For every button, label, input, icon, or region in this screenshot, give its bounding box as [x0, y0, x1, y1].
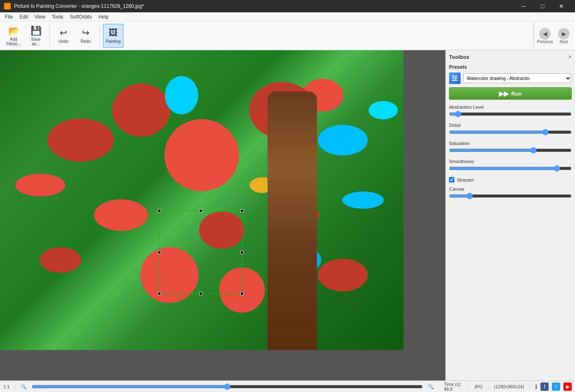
- facebook-button[interactable]: f: [540, 383, 549, 391]
- menu-bar: File Edit View Tools SoftOrbits Help: [0, 12, 575, 21]
- menu-file[interactable]: File: [2, 13, 16, 21]
- detail-group: Detail: [449, 123, 572, 137]
- run-button[interactable]: ▶▶ Run: [449, 87, 572, 100]
- presets-row: Watercolor drawing - Abstractio Oil pain…: [449, 72, 572, 84]
- smoothness-label: Smoothness: [449, 159, 572, 164]
- info-button[interactable]: ℹ: [535, 383, 537, 390]
- canvas-area[interactable]: [0, 50, 445, 380]
- redo-button[interactable]: ↪ Redo: [75, 24, 96, 48]
- menu-softorbits[interactable]: SoftOrbits: [67, 13, 95, 21]
- abstraction-level-slider[interactable]: [449, 111, 572, 117]
- painting-background: [0, 50, 403, 350]
- sharpen-label[interactable]: Sharpen: [457, 177, 474, 182]
- save-as-button[interactable]: 💾 Saveas...: [26, 24, 46, 48]
- sky-patches: [0, 50, 403, 350]
- status-bar: 1:1 | 🔍 🔍 Time (s): 48.8 | JPG | (1280x9…: [0, 380, 575, 392]
- painting-label: Painting: [106, 39, 121, 44]
- detail-label: Detail: [449, 123, 572, 128]
- zoom-out-icon: 🔍: [428, 384, 434, 390]
- save-as-icon: 💾: [30, 26, 42, 36]
- status-separator-icon: |: [14, 384, 16, 389]
- dimensions-display: (1280x960x24): [494, 384, 524, 389]
- zoom-ratio: 1:1: [3, 384, 9, 389]
- saturation-label: Saturation: [449, 141, 572, 146]
- zoom-icon: 🔍: [21, 384, 27, 390]
- canvas-label: Canvas: [449, 187, 572, 191]
- zoom-display: 1:1: [3, 384, 9, 389]
- main-layout: Toolbox × Presets Watercolor drawing - A…: [0, 50, 575, 380]
- save-as-label: Saveas...: [31, 37, 41, 46]
- nav-buttons: ◀ Previous ▶ Next: [533, 21, 575, 50]
- undo-label: Undo: [58, 39, 68, 44]
- format-display: JPG: [474, 384, 482, 389]
- toolbar-separator-1: [49, 26, 50, 46]
- status-icons: ℹ f t ▶: [535, 383, 572, 391]
- menu-view[interactable]: View: [31, 13, 49, 21]
- toolbar-separator-2: [99, 26, 100, 46]
- abstraction-level-label: Abstraction Level: [449, 105, 572, 110]
- presets-icon: [449, 72, 461, 84]
- add-files-icon: 📂: [8, 26, 19, 36]
- previous-arrow-icon: ◀: [539, 28, 551, 40]
- canvas-image: [0, 50, 403, 350]
- twitter-button[interactable]: t: [552, 383, 560, 391]
- presets-label: Presets: [449, 64, 572, 70]
- svg-rect-5: [454, 79, 455, 82]
- tree-trunk: [268, 91, 317, 350]
- painting-button[interactable]: 🖼 Painting: [103, 24, 123, 48]
- saturation-group: Saturation: [449, 141, 572, 155]
- toolbox-title: Toolbox: [449, 54, 470, 60]
- add-files-button[interactable]: 📂 AddFile(s)...: [3, 24, 24, 48]
- sharpen-row: Sharpen: [449, 177, 572, 182]
- undo-button[interactable]: ↩ Undo: [53, 24, 74, 48]
- abstraction-level-group: Abstraction Level: [449, 105, 572, 119]
- svg-rect-3: [453, 75, 454, 77]
- title-bar: Picture to Painting Converter - oranges-…: [0, 0, 575, 12]
- toolbar: 📂 AddFile(s)... 💾 Saveas... ↩ Undo ↪ Red…: [0, 21, 575, 50]
- status-separator-4: |: [529, 384, 530, 389]
- next-arrow-icon: ▶: [558, 28, 570, 40]
- title-bar-controls: ─ □ ✕: [514, 0, 571, 12]
- saturation-slider[interactable]: [449, 147, 572, 154]
- redo-icon: ↪: [82, 28, 89, 38]
- canvas-group: Canvas: [449, 187, 572, 201]
- previous-label: Previous: [537, 40, 553, 44]
- toolbox-panel: Toolbox × Presets Watercolor drawing - A…: [445, 50, 575, 380]
- smoothness-slider[interactable]: [449, 165, 572, 172]
- menu-tools[interactable]: Tools: [49, 13, 67, 21]
- app-icon: [4, 3, 11, 9]
- previous-button[interactable]: ◀ Previous: [535, 23, 554, 49]
- minimize-button[interactable]: ─: [514, 0, 533, 12]
- canvas-slider[interactable]: [449, 193, 572, 199]
- status-separator-2: |: [468, 384, 469, 389]
- smoothness-group: Smoothness: [449, 159, 572, 173]
- youtube-button[interactable]: ▶: [563, 383, 572, 391]
- toolbox-close-button[interactable]: ×: [568, 54, 572, 60]
- zoom-slider[interactable]: [32, 383, 423, 390]
- title-bar-text: Picture to Painting Converter - oranges-…: [14, 3, 144, 9]
- svg-rect-4: [455, 77, 456, 79]
- undo-icon: ↩: [60, 28, 67, 38]
- painting-icon: 🖼: [109, 28, 118, 38]
- add-files-label: AddFile(s)...: [6, 37, 21, 46]
- maximize-button[interactable]: □: [533, 0, 552, 12]
- presets-dropdown[interactable]: Watercolor drawing - Abstractio Oil pain…: [463, 73, 572, 83]
- run-label: Run: [511, 91, 521, 97]
- time-display: Time (s): 48.8: [444, 382, 463, 392]
- redo-label: Redo: [81, 39, 91, 44]
- detail-slider[interactable]: [449, 129, 572, 135]
- menu-help[interactable]: Help: [95, 13, 112, 21]
- next-button[interactable]: ▶ Next: [554, 23, 573, 49]
- svg-rect-1: [452, 78, 458, 79]
- toolbox-header: Toolbox ×: [449, 54, 572, 60]
- status-separator-3: |: [488, 384, 489, 389]
- menu-edit[interactable]: Edit: [16, 13, 31, 21]
- run-icon: ▶▶: [499, 90, 509, 98]
- sharpen-checkbox[interactable]: [449, 177, 454, 182]
- next-label: Next: [560, 40, 568, 44]
- close-button[interactable]: ✕: [552, 0, 571, 12]
